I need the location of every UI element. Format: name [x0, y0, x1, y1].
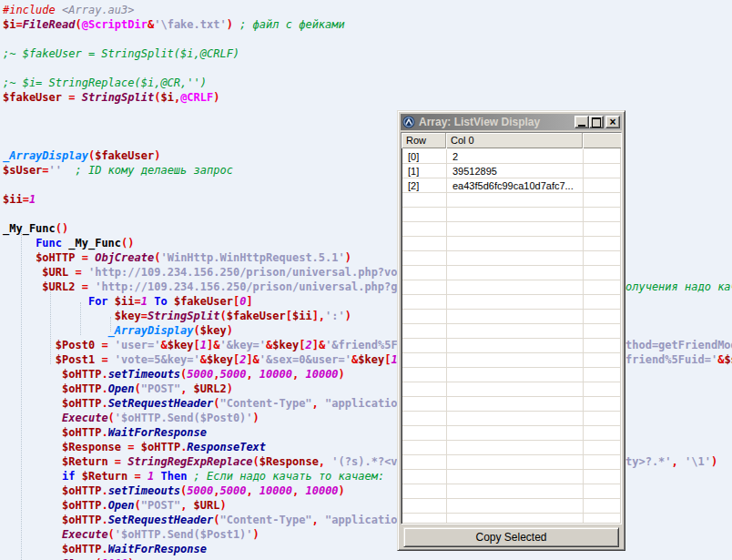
maximize-icon [592, 117, 601, 127]
cell-value: 39512895 [447, 166, 584, 177]
cell-value: 2 [447, 151, 584, 162]
column-header-filler [583, 133, 621, 148]
column-separator [583, 149, 584, 523]
autoit-icon [402, 116, 415, 128]
table-row[interactable]: [2]ea43f5d6fc99ca10d7afc7... [402, 178, 620, 193]
code-line-fragment: ty>?.*', '\1') [625, 454, 717, 469]
titlebar[interactable]: Array: ListView Display × [401, 114, 622, 130]
table-row[interactable]: [1]39512895 [402, 164, 620, 178]
minimize-icon [578, 125, 585, 127]
code-line-fragment: олучения надо кач [625, 280, 732, 294]
cell-row-label: [2] [402, 180, 447, 191]
listview-body[interactable]: [0]2[1]39512895[2]ea43f5d6fc99ca10d7afc7… [402, 149, 620, 523]
close-button[interactable]: × [605, 116, 620, 128]
cell-row-label: [0] [402, 151, 447, 162]
array-listview-display-window: Array: ListView Display × Row Col 0 [0]2… [397, 110, 625, 551]
maximize-button[interactable] [589, 116, 604, 128]
column-separator [446, 149, 447, 523]
listview-header: Row Col 0 [402, 133, 621, 148]
autoit-editor-screen: { "window": { "title": "Array: ListView … [0, 0, 732, 560]
copy-selected-button[interactable]: Copy Selected [403, 527, 619, 547]
listview[interactable]: Row Col 0 [0]2[1]39512895[2]ea43f5d6fc99… [401, 132, 622, 524]
column-header-row[interactable]: Row [402, 133, 446, 148]
window-title: Array: ListView Display [415, 116, 574, 128]
minimize-button[interactable] [574, 116, 589, 128]
code-line-fragment: thod=getFriendMod [625, 338, 732, 352]
cell-row-label: [1] [402, 166, 447, 177]
code-line-fragment: friend%5Fuid='&$s [625, 352, 732, 367]
column-header-col0[interactable]: Col 0 [446, 133, 583, 148]
close-icon: × [609, 117, 615, 127]
cell-value: ea43f5d6fc99ca10d7afc7... [447, 180, 584, 191]
table-row[interactable]: [0]2 [402, 149, 620, 164]
